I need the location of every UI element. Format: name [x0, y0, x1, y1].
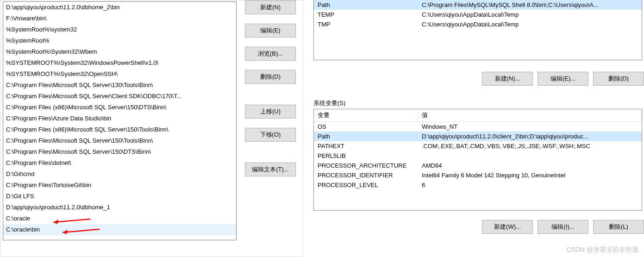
system-vars-table[interactable]: 变量 值 OSWindows_NTPathD:\app\qiyou\produc… — [313, 109, 642, 211]
path-item[interactable]: %SystemRoot%\System32\Wbem — [3, 46, 236, 57]
system-vars-label: 系统变量(S) — [313, 99, 345, 107]
user-vars-table[interactable]: PathC:\Program Files\MySQL\MySQL Shell 8… — [313, 0, 642, 60]
path-item[interactable]: C:\Program Files\Microsoft SQL Server\Cl… — [3, 91, 236, 102]
cell-value: D:\app\qiyou\product\11.2.0\client_2\bin… — [418, 132, 642, 141]
path-item[interactable]: %SYSTEMROOT%\System32\WindowsPowerShell\… — [3, 57, 236, 69]
new-button[interactable]: 新建(N) — [245, 0, 296, 14]
table-row[interactable]: TMPC:\Users\qiyou\AppData\Local\Temp — [314, 19, 642, 29]
cell-value: Windows_NT — [418, 122, 642, 132]
path-item[interactable]: F:\Vmware\bin\ — [3, 13, 236, 24]
path-editor-dialog: D:\app\qiyou\product\11.2.0\dbhome_2\bin… — [0, 0, 303, 257]
user-delete-button[interactable]: 删除(D) — [593, 72, 644, 86]
header-name[interactable]: 变量 — [314, 109, 418, 121]
path-item[interactable]: C:\Program Files\TortoiseGit\bin — [3, 180, 236, 191]
cell-name: Path — [314, 0, 418, 10]
move-up-button[interactable]: 上移(U) — [245, 105, 296, 119]
user-new-button[interactable]: 新建(N)... — [482, 72, 533, 86]
system-vars-buttons: 新建(W)... 编辑(I)... 删除(L) — [482, 220, 644, 234]
table-row[interactable]: TEMPC:\Users\qiyou\AppData\Local\Temp — [314, 10, 642, 19]
path-editor-buttons: 新建(N) 编辑(E) 浏览(B)... 删除(D) 上移(U) 下移(O) 编… — [245, 0, 300, 186]
cell-name: Path — [314, 132, 418, 141]
cell-value: .COM;.EXE;.BAT;.CMD;.VBS;.VBE;.JS;.JSE;.… — [418, 141, 642, 151]
path-item[interactable]: %SystemRoot%\system32 — [3, 24, 236, 35]
path-item[interactable]: C:\Program Files\Microsoft SQL Server\13… — [3, 80, 236, 91]
table-row[interactable]: PROCESSOR_IDENTIFIERIntel64 Family 6 Mod… — [314, 170, 642, 180]
cell-value: AMD64 — [418, 161, 642, 170]
path-item[interactable]: C:\Program Files\Microsoft SQL Server\15… — [3, 146, 236, 157]
table-row[interactable]: PROCESSOR_ARCHITECTUREAMD64 — [314, 161, 642, 170]
path-item[interactable]: C:\oracle\bin — [3, 224, 236, 235]
env-vars-dialog: PathC:\Program Files\MySQL\MySQL Shell 8… — [308, 0, 644, 257]
cell-name: TMP — [314, 19, 418, 29]
edit-text-button[interactable]: 编辑文本(T)... — [245, 163, 296, 176]
user-vars-buttons: 新建(N)... 编辑(E)... 删除(D) — [482, 72, 644, 86]
system-edit-button[interactable]: 编辑(I)... — [538, 220, 588, 234]
table-row[interactable]: PROCESSOR_LEVEL6 — [314, 180, 642, 190]
cell-value: Intel64 Family 6 Model 142 Stepping 10, … — [418, 170, 642, 180]
system-table-header: 变量 值 — [314, 109, 642, 122]
table-row[interactable]: PERL5LIB — [314, 151, 642, 161]
header-value[interactable]: 值 — [418, 109, 642, 121]
system-delete-button[interactable]: 删除(L) — [593, 220, 644, 234]
system-new-button[interactable]: 新建(W)... — [482, 220, 533, 234]
cell-value — [418, 151, 642, 161]
cell-name: PROCESSOR_LEVEL — [314, 180, 418, 190]
edit-button[interactable]: 编辑(E) — [245, 24, 296, 38]
path-item[interactable]: D:\Git LFS — [3, 191, 236, 202]
path-item[interactable]: C:\Program Files\Microsoft SQL Server\15… — [3, 135, 236, 146]
path-item[interactable]: C:\Program Files\Azure Data Studio\bin — [3, 113, 236, 124]
path-item[interactable]: %SystemRoot% — [3, 35, 236, 46]
cell-name: PROCESSOR_IDENTIFIER — [314, 170, 418, 180]
browse-button[interactable]: 浏览(B)... — [245, 47, 296, 61]
path-item[interactable]: D:\app\qiyou\product\11.2.0\dbhome_1 — [3, 202, 236, 213]
table-row[interactable]: PathD:\app\qiyou\product\11.2.0\client_2… — [314, 132, 642, 141]
cell-value: C:\Users\qiyou\AppData\Local\Temp — [418, 10, 642, 19]
table-row[interactable]: PathC:\Program Files\MySQL\MySQL Shell 8… — [314, 0, 642, 10]
path-item[interactable]: C:\Program Files\dotnet\ — [3, 157, 236, 169]
cell-name: OS — [314, 122, 418, 132]
user-edit-button[interactable]: 编辑(E)... — [538, 72, 588, 86]
path-item[interactable]: D:\Git\cmd — [3, 169, 236, 180]
cell-value: 6 — [418, 180, 642, 190]
move-down-button[interactable]: 下移(O) — [245, 128, 296, 142]
path-item[interactable]: C:\oracle — [3, 213, 236, 224]
table-row[interactable]: OSWindows_NT — [314, 122, 642, 132]
path-item[interactable]: C:\Program Files (x86)\Microsoft SQL Ser… — [3, 124, 236, 135]
delete-button[interactable]: 删除(D) — [245, 70, 296, 84]
cell-name: TEMP — [314, 10, 418, 19]
cell-value: C:\Program Files\MySQL\MySQL Shell 8.0\b… — [418, 0, 642, 10]
cell-name: PROCESSOR_ARCHITECTURE — [314, 161, 418, 170]
path-listbox[interactable]: D:\app\qiyou\product\11.2.0\dbhome_2\bin… — [3, 1, 237, 240]
path-item[interactable]: %SYSTEMROOT%\System32\OpenSSH\ — [3, 69, 236, 80]
path-item[interactable]: D:\app\qiyou\product\11.2.0\dbhome_2\bin — [3, 2, 236, 13]
cell-name: PERL5LIB — [314, 151, 418, 161]
path-item[interactable]: C:\Program Files (x86)\Microsoft SQL Ser… — [3, 102, 236, 113]
cell-name: PATHEXT — [314, 141, 418, 151]
table-row[interactable]: PATHEXT.COM;.EXE;.BAT;.CMD;.VBS;.VBE;.JS… — [314, 141, 642, 151]
cell-value: C:\Users\qiyou\AppData\Local\Temp — [418, 19, 642, 29]
